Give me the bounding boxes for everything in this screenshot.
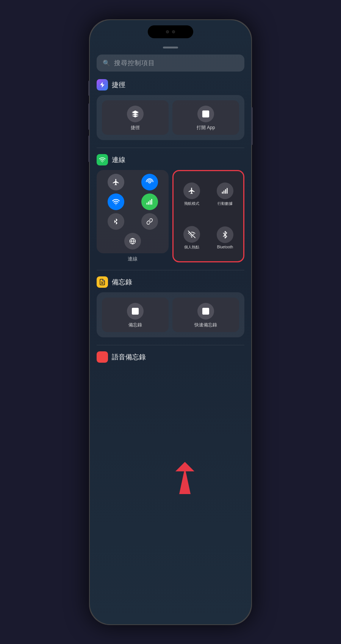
island-camera	[166, 30, 169, 33]
quick-note-icon	[202, 307, 210, 315]
svg-rect-11	[227, 188, 228, 193]
quick-note-icon-bg	[197, 303, 214, 320]
left-link[interactable]	[134, 213, 165, 230]
svg-text:+: +	[136, 312, 137, 314]
voice-memos-section-icon	[97, 351, 108, 363]
right-bluetooth[interactable]: Bluetooth	[210, 218, 240, 258]
notes-grid: + 備忘錄 快速備忘錄	[97, 292, 244, 337]
open-app-item[interactable]: 打開 App	[172, 100, 239, 135]
airplane-icon	[112, 178, 120, 186]
island-sensor	[172, 30, 175, 33]
connectivity-layout: 連線 飛航模式	[97, 170, 244, 262]
right-airplane-icon	[188, 187, 196, 195]
notes-item-label: 備忘錄	[128, 322, 142, 328]
connectivity-right-panel: 飛航模式 行動	[172, 170, 244, 262]
left-panel-label: 連線	[97, 256, 169, 262]
svg-rect-2	[146, 203, 147, 204]
hotspot-icon	[146, 178, 153, 186]
connectivity-left-wrapper: 連線	[97, 170, 169, 262]
left-wifi-icon	[108, 193, 124, 210]
left-hotspot[interactable]	[134, 174, 165, 190]
notes-header: 備忘錄	[97, 276, 244, 288]
shortcuts-item-icon	[127, 106, 144, 122]
right-cellular-icon	[221, 187, 229, 195]
connectivity-left-panel	[97, 170, 169, 253]
right-cellular[interactable]: 行動數據	[210, 174, 240, 215]
shortcuts-section-icon	[97, 79, 108, 90]
right-bluetooth-icon	[221, 231, 229, 239]
open-app-label: 打開 App	[197, 125, 215, 131]
power-button[interactable]	[251, 107, 253, 145]
drag-handle	[163, 47, 178, 48]
search-placeholder: 搜尋控制項目	[114, 59, 155, 67]
shortcuts-item-label: 捷徑	[131, 125, 140, 131]
right-hotspot-label: 個人熱點	[184, 245, 199, 250]
right-hotspot[interactable]: 個人熱點	[177, 218, 207, 258]
svg-point-13	[191, 236, 192, 237]
cellular-icon-left	[146, 198, 153, 206]
voice-memos-header: 語音備忘錄	[97, 351, 244, 363]
link-icon	[146, 218, 153, 225]
connectivity-header: 連線	[97, 154, 244, 165]
left-wifi[interactable]	[100, 193, 131, 210]
svg-rect-10	[225, 189, 226, 193]
left-airplane-icon	[108, 174, 124, 190]
left-bluetooth[interactable]	[100, 213, 131, 230]
left-globe[interactable]	[100, 233, 165, 249]
shortcuts-grid: 捷徑 打開 App	[97, 95, 244, 140]
layers-icon	[131, 110, 139, 118]
shortcuts-section: 捷徑 捷徑	[97, 79, 244, 140]
right-airplane[interactable]: 飛航模式	[177, 174, 207, 215]
notes-item-icon-bg: +	[127, 303, 144, 320]
notes-item[interactable]: + 備忘錄	[102, 298, 169, 332]
voice-memos-section: 語音備忘錄	[97, 351, 244, 363]
right-airplane-label: 飛航模式	[184, 201, 199, 206]
phone-frame: 🔍 搜尋控制項目 捷徑	[89, 19, 252, 625]
open-app-icon-svg	[202, 110, 210, 118]
shortcuts-icon	[99, 81, 106, 88]
svg-marker-25	[175, 462, 194, 471]
right-bluetooth-btn	[217, 226, 233, 243]
shortcuts-title: 捷徑	[112, 80, 125, 89]
left-cellular[interactable]	[134, 193, 165, 210]
voice-memos-title: 語音備忘錄	[112, 352, 146, 362]
wifi-icon-left	[112, 198, 120, 206]
waveform-icon	[97, 354, 108, 360]
svg-rect-8	[222, 192, 223, 193]
svg-rect-4	[150, 200, 151, 204]
globe-icon	[129, 238, 136, 245]
screen-content: 🔍 搜尋控制項目 捷徑	[90, 43, 251, 624]
left-globe-icon	[124, 233, 141, 249]
right-hotspot-btn	[183, 226, 200, 243]
svg-point-1	[149, 181, 150, 183]
phone-screen: 🔍 搜尋控制項目 捷徑	[90, 20, 251, 624]
connectivity-section: 連線	[97, 154, 244, 262]
svg-rect-3	[148, 201, 149, 204]
shortcuts-item[interactable]: 捷徑	[102, 100, 169, 135]
divider-1	[97, 148, 244, 148]
search-bar[interactable]: 🔍 搜尋控制項目	[97, 55, 244, 72]
quick-note-label: 快速備忘錄	[194, 322, 217, 328]
left-link-icon	[141, 213, 158, 230]
svg-rect-9	[224, 190, 225, 193]
notes-icon	[99, 279, 106, 285]
right-cellular-label: 行動數據	[217, 201, 233, 206]
right-airplane-btn	[183, 182, 200, 199]
left-bluetooth-icon	[108, 213, 124, 230]
connectivity-section-icon	[97, 154, 108, 165]
right-cellular-btn	[217, 182, 233, 199]
svg-marker-24	[179, 468, 191, 494]
divider-3	[97, 345, 244, 345]
left-hotspot-icon	[141, 174, 158, 190]
divider-2	[97, 270, 244, 270]
left-airplane[interactable]	[100, 174, 131, 190]
open-app-icon	[197, 106, 214, 122]
notes-title: 備忘錄	[112, 278, 132, 287]
wifi-icon	[99, 156, 106, 163]
shortcuts-header: 捷徑	[97, 79, 244, 90]
svg-rect-5	[151, 199, 152, 204]
quick-note-item[interactable]: 快速備忘錄	[172, 298, 239, 332]
right-bluetooth-label: Bluetooth	[217, 245, 233, 249]
notes-list-icon: +	[131, 307, 139, 315]
notes-section: 備忘錄 +	[97, 276, 244, 337]
